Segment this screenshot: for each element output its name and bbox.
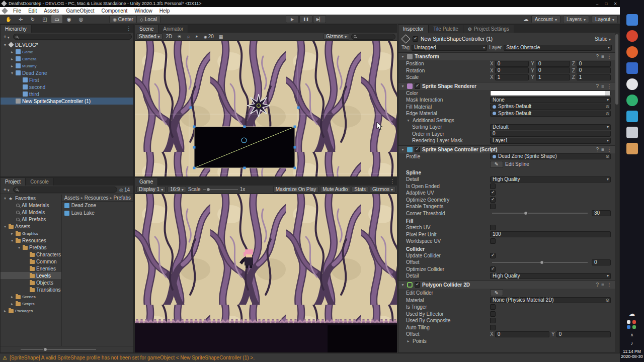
collab-cloud-icon[interactable] bbox=[523, 16, 529, 23]
help-icon[interactable] bbox=[596, 282, 599, 288]
slider-thumb[interactable] bbox=[43, 347, 47, 351]
edit-collider-button[interactable] bbox=[490, 289, 503, 296]
menu-item[interactable]: Edit bbox=[25, 7, 40, 15]
hierarchy-item[interactable]: Game bbox=[1, 48, 10, 55]
panel-tab[interactable]: Project Settings bbox=[463, 25, 514, 33]
additional-settings-foldout[interactable]: Additional Settings bbox=[398, 117, 615, 124]
create-object-button[interactable]: + bbox=[2, 34, 11, 40]
stats-toggle[interactable]: Stats bbox=[352, 186, 368, 193]
points-foldout[interactable]: Points bbox=[398, 338, 615, 345]
asset-item[interactable]: Lava Lake bbox=[62, 209, 133, 217]
layer-dropdown[interactable]: Static Obstacle bbox=[504, 45, 612, 51]
slider-thumb[interactable] bbox=[540, 260, 544, 264]
close-button[interactable] bbox=[611, 2, 620, 6]
hierarchy-item[interactable]: second bbox=[1, 83, 133, 90]
pause-button[interactable] bbox=[299, 15, 312, 23]
menu-item[interactable]: GameObject bbox=[62, 7, 98, 15]
project-tree-item[interactable]: Characters bbox=[1, 251, 61, 258]
aspect-dropdown[interactable]: 16:9 bbox=[168, 186, 186, 193]
transform-header[interactable]: Transform bbox=[398, 52, 615, 60]
position-z-field[interactable]: 0 bbox=[577, 61, 611, 67]
update-collider-checkbox[interactable] bbox=[490, 253, 496, 258]
scale-slider[interactable] bbox=[203, 189, 238, 190]
profile-field[interactable]: Dead Zone (Sprite Shape) bbox=[490, 153, 611, 159]
taskbar-app-icon[interactable] bbox=[626, 143, 638, 154]
play-button[interactable] bbox=[286, 15, 299, 23]
foldout-icon[interactable] bbox=[400, 283, 405, 287]
hidden-packages-badge[interactable]: 14 bbox=[119, 187, 132, 193]
gizmos-dropdown[interactable]: Gizmos bbox=[324, 33, 349, 40]
cloud-icon[interactable] bbox=[629, 310, 635, 317]
expand-arrow-icon[interactable] bbox=[10, 238, 14, 243]
inspector-scrollbar[interactable] bbox=[615, 33, 619, 352]
scene-visibility-toggle[interactable]: 20 bbox=[202, 33, 215, 40]
panel-menu-icon[interactable] bbox=[390, 178, 395, 184]
project-tree-item[interactable]: All Prefabs bbox=[1, 216, 61, 223]
project-tree-item[interactable]: Scenes bbox=[1, 293, 10, 300]
scene-search-input[interactable] bbox=[351, 34, 395, 40]
panel-tab[interactable]: Inspector bbox=[398, 25, 429, 33]
space-toggle-button[interactable]: Local bbox=[137, 16, 160, 23]
project-tree-item[interactable]: Objects bbox=[1, 279, 61, 286]
collider-detail-dropdown[interactable]: High Quality bbox=[490, 273, 611, 279]
icon-size-slider[interactable] bbox=[21, 349, 96, 350]
worldspace-uv-checkbox[interactable] bbox=[490, 238, 496, 244]
transform-tool-button[interactable] bbox=[63, 15, 74, 23]
rect-tool-button[interactable] bbox=[51, 15, 62, 23]
tray-app-icon[interactable] bbox=[632, 325, 636, 329]
menu-item[interactable]: Window bbox=[131, 7, 156, 15]
create-asset-button[interactable]: + bbox=[2, 187, 11, 193]
taskbar-app-icon[interactable] bbox=[626, 78, 638, 90]
pixel-per-unit-field[interactable]: 100 bbox=[490, 231, 611, 237]
offset-x-field[interactable]: 0 bbox=[495, 331, 549, 337]
project-tree-item[interactable]: Enemies bbox=[1, 265, 61, 272]
optimize-geometry-checkbox[interactable] bbox=[490, 197, 496, 203]
hierarchy-item[interactable]: Dead Zone bbox=[1, 69, 133, 76]
menu-item[interactable]: Assets bbox=[40, 7, 62, 15]
is-open-ended-checkbox[interactable] bbox=[490, 184, 496, 189]
rotation-z-field[interactable]: 0 bbox=[577, 67, 611, 73]
tag-dropdown[interactable]: Untagged bbox=[412, 45, 487, 51]
scene-effects-dropdown[interactable] bbox=[193, 33, 200, 40]
static-dropdown[interactable]: Static bbox=[595, 36, 612, 42]
offset-y-field[interactable]: 0 bbox=[556, 331, 611, 337]
display-dropdown[interactable]: Display 1 bbox=[136, 186, 166, 193]
project-tree-item[interactable]: Favorites bbox=[1, 195, 61, 202]
panel-tab[interactable]: Tile Palette bbox=[429, 25, 463, 33]
expand-arrow-icon[interactable] bbox=[10, 64, 14, 68]
mute-audio-toggle[interactable]: Mute Audio bbox=[320, 186, 350, 193]
enable-tangents-checkbox[interactable] bbox=[490, 204, 496, 209]
collider-offset-slider[interactable] bbox=[492, 262, 588, 263]
panel-menu-icon[interactable] bbox=[126, 26, 131, 31]
maximize-on-play-toggle[interactable]: Maximize On Play bbox=[273, 186, 319, 193]
project-tree-item[interactable]: Resources bbox=[1, 237, 61, 244]
project-tree-item[interactable]: Assets bbox=[1, 223, 61, 230]
tray-app-icon[interactable] bbox=[632, 320, 636, 324]
scrollbar-thumb[interactable] bbox=[615, 34, 618, 105]
slider-thumb[interactable] bbox=[524, 211, 528, 215]
foldout-icon[interactable] bbox=[406, 118, 411, 123]
sprite-shape-renderer-header[interactable]: Sprite Shape Renderer bbox=[398, 82, 615, 90]
grid-settings-dropdown[interactable] bbox=[217, 33, 225, 40]
sorting-layer-dropdown[interactable]: Default bbox=[490, 124, 611, 130]
project-tree-item[interactable]: Prefabs bbox=[1, 244, 61, 251]
panel-tab[interactable]: Animator bbox=[158, 25, 188, 33]
enabled-checkbox[interactable] bbox=[415, 147, 420, 152]
fill-material-field[interactable]: Sprites-Default bbox=[490, 104, 611, 110]
corner-threshold-slider[interactable] bbox=[492, 213, 588, 214]
optimize-collider-checkbox[interactable] bbox=[490, 266, 496, 272]
game-gizmos-dropdown[interactable]: Gizmos bbox=[370, 186, 395, 193]
sprite-shape-controller-header[interactable]: Sprite Shape Controller (Script) bbox=[398, 145, 615, 153]
mask-interaction-dropdown[interactable]: None bbox=[490, 97, 611, 103]
pivot-toggle-button[interactable]: Center bbox=[109, 16, 137, 23]
edge-material-field[interactable]: Sprites-Default bbox=[490, 111, 611, 117]
maximize-button[interactable] bbox=[602, 2, 611, 6]
corner-threshold-field[interactable]: 30 bbox=[592, 210, 611, 216]
spline-detail-dropdown[interactable]: High Quality bbox=[490, 176, 611, 183]
taskbar-app-icon[interactable] bbox=[626, 95, 638, 106]
project-tree-item[interactable]: Levels bbox=[1, 272, 61, 279]
position-x-field[interactable]: 0 bbox=[495, 61, 529, 67]
presets-icon[interactable] bbox=[601, 147, 604, 152]
project-tree-item[interactable]: Graphics bbox=[1, 230, 10, 237]
hazard-star-sprite[interactable] bbox=[247, 94, 270, 117]
